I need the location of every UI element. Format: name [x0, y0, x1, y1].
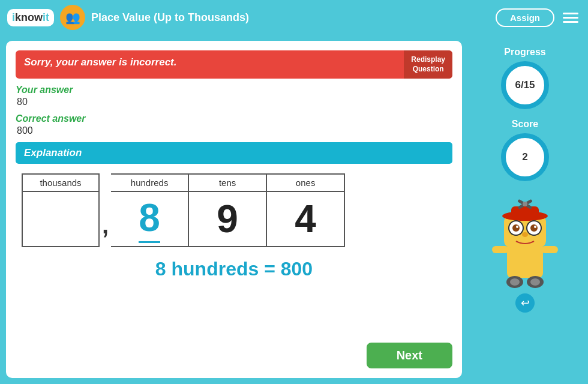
svg-point-10	[512, 224, 520, 232]
score-label: Score	[512, 119, 538, 130]
score-circle: 2	[501, 133, 549, 181]
svg-point-14	[522, 232, 528, 237]
header: iknowit 👥 Place Value (Up to Thousands) …	[0, 0, 588, 35]
tens-header: tens	[189, 175, 266, 192]
comma-separator: ,	[102, 212, 109, 247]
your-answer-label: Your answer	[16, 85, 452, 95]
score-section: Score 2	[501, 119, 549, 181]
topic-icon: 👥	[60, 5, 85, 30]
hamburger-line-1	[563, 13, 578, 14]
svg-point-19	[510, 278, 520, 286]
svg-point-13	[534, 226, 536, 228]
svg-point-20	[530, 278, 540, 286]
mascot-area: ↩	[486, 197, 564, 313]
your-answer-section: Your answer 80	[16, 85, 452, 107]
svg-rect-0	[507, 245, 543, 278]
back-arrow-button[interactable]: ↩	[515, 293, 535, 313]
header-title: Place Value (Up to Thousands)	[91, 11, 490, 24]
incorrect-banner: Sorry, your answer is incorrect. Redispl…	[16, 50, 452, 79]
equation-text: 8 hundreds = 800	[16, 258, 452, 280]
svg-point-7	[523, 202, 527, 206]
mascot-svg	[486, 197, 564, 290]
tens-column: tens 9	[189, 173, 267, 247]
hundreds-value: 8	[111, 192, 188, 246]
thousands-value	[23, 192, 98, 246]
hamburger-line-2	[563, 17, 578, 19]
next-button[interactable]: Next	[367, 343, 452, 368]
content-area: Sorry, your answer is incorrect. Redispl…	[6, 41, 462, 378]
explanation-header: Explanation	[16, 142, 452, 164]
correct-answer-value: 800	[16, 125, 452, 136]
topic-icon-glyph: 👥	[65, 10, 80, 25]
hundreds-column: hundreds 8	[111, 173, 189, 247]
your-answer-value: 80	[16, 97, 452, 107]
correct-answer-section: Correct answer 800	[16, 113, 452, 136]
tens-value: 9	[189, 192, 266, 246]
redisplay-button[interactable]: RedisplayQuestion	[404, 50, 452, 79]
svg-rect-16	[541, 246, 558, 253]
hamburger-menu-button[interactable]	[560, 10, 581, 25]
svg-point-11	[530, 224, 538, 232]
sidebar: Progress 6/15 Score 2	[468, 41, 582, 378]
svg-point-12	[516, 226, 518, 228]
hamburger-line-3	[563, 21, 578, 23]
next-button-container: Next	[16, 343, 452, 368]
logo: iknowit	[7, 9, 54, 26]
ones-value: 4	[267, 192, 344, 246]
incorrect-message: Sorry, your answer is incorrect.	[16, 50, 404, 79]
thousands-column: thousands	[22, 173, 100, 247]
ones-column: ones 4	[267, 173, 345, 247]
progress-section: Progress 6/15	[501, 47, 549, 109]
main-layout: Sorry, your answer is incorrect. Redispl…	[0, 35, 588, 384]
assign-button[interactable]: Assign	[496, 8, 554, 27]
progress-circle: 6/15	[501, 61, 549, 109]
hundreds-header: hundreds	[111, 175, 188, 192]
ones-header: ones	[267, 175, 344, 192]
progress-label: Progress	[504, 47, 545, 58]
thousands-header: thousands	[23, 175, 98, 192]
hundreds-digit: 8	[139, 196, 160, 243]
place-value-table: thousands , hundreds 8 tens 9 ones 4	[22, 173, 452, 247]
correct-answer-label: Correct answer	[16, 113, 452, 124]
svg-rect-15	[492, 246, 509, 253]
